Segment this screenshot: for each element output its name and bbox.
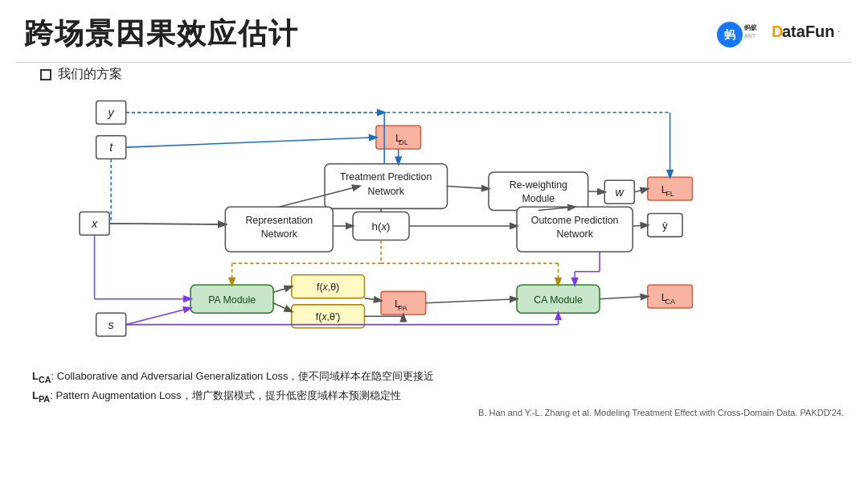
svg-text:PA Module: PA Module (208, 294, 256, 306)
svg-line-80 (364, 298, 381, 301)
svg-text:PA: PA (398, 304, 407, 312)
svg-text:x: x (91, 217, 98, 230)
datafun-icon: D ataFun . (772, 21, 844, 43)
svg-text:ŷ: ŷ (662, 220, 668, 232)
svg-line-78 (273, 286, 292, 292)
svg-text:y: y (108, 106, 115, 119)
datafun-logo: D ataFun . (772, 21, 844, 47)
lca-legend: LCA: Collaborative and Adversarial Gener… (32, 368, 836, 387)
svg-text:f(x,θ'): f(x,θ') (316, 311, 341, 323)
ant-group-logo: 蚂 蚂蚁集团 ANT GROUP (715, 20, 757, 49)
svg-text:f(x,θ): f(x,θ) (317, 281, 339, 293)
svg-line-83 (426, 299, 517, 303)
svg-line-84 (600, 297, 648, 299)
svg-text:FL: FL (665, 190, 674, 198)
svg-text:Network: Network (556, 228, 593, 240)
svg-line-66 (588, 191, 605, 192)
citation: B. Han and Y.-L. Zhang et al. Modeling T… (0, 408, 868, 417)
diagram-container: y t x s L DL Treatment Prediction Networ… (24, 89, 844, 363)
section-icon (40, 69, 51, 80)
section-title: 我们的方案 (58, 66, 122, 83)
lpa-label: LPA: Pattern Augmentation Loss，增广数据模式，提升… (32, 389, 401, 401)
svg-text:Network: Network (368, 186, 405, 197)
section-header: 我们的方案 (16, 62, 852, 86)
svg-text:蚂: 蚂 (724, 28, 735, 41)
diagram-svg: y t x s L DL Treatment Prediction Networ… (24, 89, 844, 363)
lpa-legend: LPA: Pattern Augmentation Loss，增广数据模式，提升… (32, 387, 836, 406)
svg-text:ataFun: ataFun (782, 23, 835, 40)
svg-text:Treatment Prediction: Treatment Prediction (340, 171, 432, 183)
logos: 蚂 蚂蚁集团 ANT GROUP D ataFun . (715, 20, 844, 49)
svg-text:CA Module: CA Module (534, 294, 583, 306)
lca-label: LCA: Collaborative and Adversarial Gener… (32, 370, 434, 382)
svg-rect-26 (489, 172, 588, 210)
legend-text: LCA: Collaborative and Adversarial Gener… (0, 363, 868, 406)
svg-text:蚂蚁集团: 蚂蚁集团 (744, 24, 757, 31)
page: 跨场景因果效应估计 蚂 蚂蚁集团 ANT GROUP D ataFun . (0, 0, 868, 489)
svg-line-70 (633, 225, 648, 226)
svg-text:Representation: Representation (245, 215, 313, 226)
svg-line-79 (273, 303, 292, 311)
header: 跨场景因果效应估计 蚂 蚂蚁集团 ANT GROUP D ataFun . (0, 0, 868, 62)
svg-text:CA: CA (665, 298, 676, 306)
svg-line-59 (109, 224, 225, 224)
svg-line-67 (634, 189, 647, 192)
svg-text:Module: Module (522, 193, 555, 204)
svg-text:Outcome Prediction: Outcome Prediction (531, 215, 619, 226)
ant-group-icon: 蚂 蚂蚁集团 ANT GROUP (715, 20, 757, 49)
page-title: 跨场景因果效应估计 (24, 14, 299, 54)
svg-text:DL: DL (399, 138, 408, 146)
svg-line-55 (126, 138, 376, 147)
svg-text:s: s (108, 318, 114, 331)
svg-text:w: w (616, 186, 625, 199)
svg-text:Network: Network (261, 228, 298, 240)
svg-text:h(x): h(x) (372, 220, 391, 232)
svg-text:Re-weighting: Re-weighting (510, 179, 567, 191)
svg-text:ANT GROUP: ANT GROUP (744, 33, 757, 39)
svg-text:.: . (837, 23, 840, 35)
svg-line-65 (447, 187, 489, 189)
svg-line-85 (126, 308, 190, 325)
